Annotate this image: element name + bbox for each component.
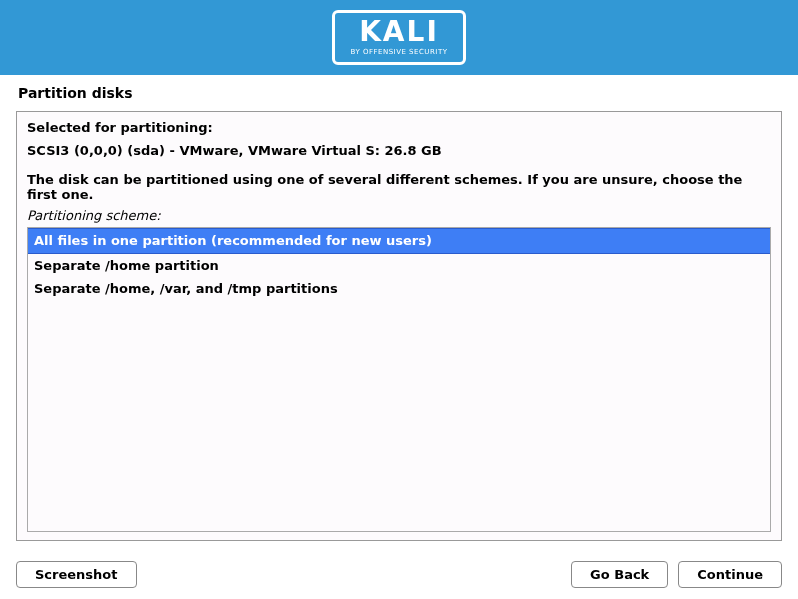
header-banner: KALI BY OFFENSIVE SECURITY (0, 0, 798, 75)
scheme-list: All files in one partition (recommended … (27, 227, 771, 532)
screenshot-button[interactable]: Screenshot (16, 561, 137, 588)
disk-info: SCSI3 (0,0,0) (sda) - VMware, VMware Vir… (27, 143, 771, 158)
kali-logo: KALI BY OFFENSIVE SECURITY (332, 10, 467, 65)
go-back-button[interactable]: Go Back (571, 561, 668, 588)
logo-subtitle: BY OFFENSIVE SECURITY (351, 48, 448, 56)
page-title: Partition disks (0, 75, 798, 111)
scheme-option[interactable]: Separate /home, /var, and /tmp partition… (28, 277, 770, 301)
selected-label: Selected for partitioning: (27, 120, 771, 135)
main-panel: Selected for partitioning: SCSI3 (0,0,0)… (16, 111, 782, 541)
logo-text: KALI (351, 18, 448, 46)
continue-button[interactable]: Continue (678, 561, 782, 588)
scheme-label: Partitioning scheme: (27, 208, 771, 223)
scheme-option[interactable]: All files in one partition (recommended … (28, 228, 770, 254)
footer-buttons: Screenshot Go Back Continue (0, 541, 798, 588)
scheme-option[interactable]: Separate /home partition (28, 254, 770, 278)
instruction-text: The disk can be partitioned using one of… (27, 172, 771, 202)
